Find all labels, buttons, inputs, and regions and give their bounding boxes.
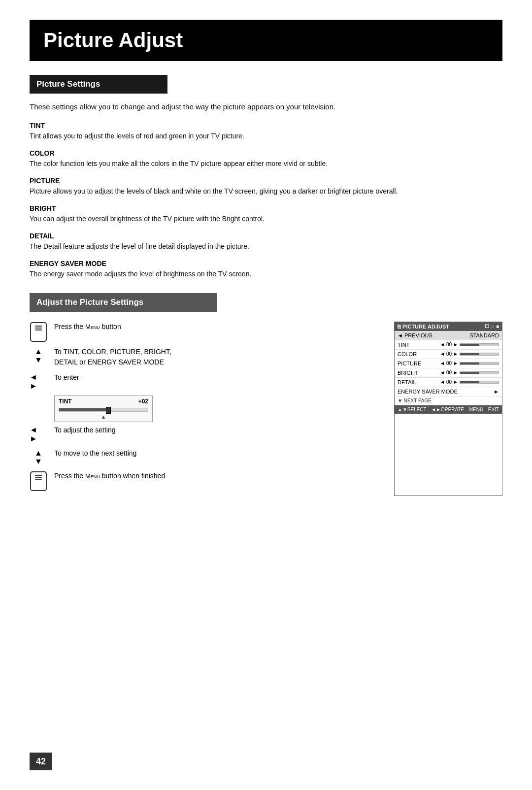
tv-menu-panel: ⎘ PICTURE ADJUST ☐ ○ ■ ◄ PREVIOUS STANDA… bbox=[394, 322, 502, 496]
term-label-color: COLOR bbox=[30, 149, 502, 157]
tv-arrow-l-tint: ◄ bbox=[440, 342, 445, 347]
tv-num-picture: 00 bbox=[446, 361, 452, 366]
tv-value-picture: ◄ 00 ► bbox=[440, 361, 499, 366]
step-text-finish: Press the Menu button when finished bbox=[54, 471, 374, 481]
remote-icon-2 bbox=[30, 471, 47, 491]
picture-settings-label: Picture Settings bbox=[36, 79, 100, 89]
slider-labels: TINT +02 bbox=[59, 398, 148, 405]
term-desc-tint: Tint allows you to adjust the levels of … bbox=[30, 131, 502, 141]
tv-previous-label: ◄ PREVIOUS bbox=[398, 332, 432, 338]
term-label-detail: DETAIL bbox=[30, 232, 502, 240]
tv-next-page: ▼ NEXT PAGE bbox=[395, 396, 502, 405]
tv-value-color: ◄ 00 ► bbox=[440, 351, 499, 357]
tv-slider-picture bbox=[460, 362, 499, 365]
term-label-tint: TINT bbox=[30, 122, 502, 130]
picture-settings-header: Picture Settings bbox=[30, 75, 167, 94]
tv-icon-1: ☐ bbox=[485, 324, 489, 329]
term-color: COLOR The color function lets you make a… bbox=[30, 149, 502, 169]
term-bright: BRIGHT You can adjust the overall bright… bbox=[30, 204, 502, 224]
step-text-menu: Press the Menu button bbox=[54, 322, 374, 332]
tv-footer-menu: MENU bbox=[469, 407, 483, 412]
tv-row-picture: PICTURE ◄ 00 ► bbox=[395, 359, 502, 368]
tv-icon-3: ■ bbox=[496, 324, 499, 329]
term-picture: PICTURE Picture allows you to adjust the… bbox=[30, 177, 502, 197]
arrows-lr-icon-1: ◄ ► bbox=[30, 373, 47, 391]
tv-slider-tint bbox=[460, 343, 499, 346]
page-title-bar: Picture Adjust bbox=[30, 20, 502, 61]
step-adjust: ◄ ► To adjust the setting bbox=[30, 425, 374, 443]
intro-text: These settings allow you to change and a… bbox=[30, 101, 502, 113]
tv-icon-2: ○ bbox=[491, 324, 494, 329]
tv-energy-label: ENERGY SAVER MODE bbox=[398, 389, 458, 395]
term-label-energy: ENERGY SAVER MODE bbox=[30, 260, 502, 267]
tv-arrow-r-detail: ► bbox=[453, 379, 458, 385]
term-desc-picture: Picture allows you to adjust the levels … bbox=[30, 186, 502, 197]
step-finish: Press the Menu button when finished bbox=[30, 471, 374, 491]
tv-row-detail: DETAIL ◄ 00 ► bbox=[395, 378, 502, 387]
tv-arrow-l-bright: ◄ bbox=[440, 370, 445, 375]
term-label-bright: BRIGHT bbox=[30, 204, 502, 212]
term-desc-bright: You can adjust the overall brightness of… bbox=[30, 214, 502, 224]
term-label-picture: PICTURE bbox=[30, 177, 502, 185]
tv-slider-fill-bright bbox=[460, 372, 479, 374]
tv-label-color: COLOR bbox=[398, 351, 425, 357]
tv-slider-detail bbox=[460, 381, 499, 384]
slider-label-tint: TINT bbox=[59, 398, 72, 405]
term-energy: ENERGY SAVER MODE The energy saver mode … bbox=[30, 260, 502, 279]
tv-num-color: 00 bbox=[446, 351, 452, 357]
tv-num-tint: 00 bbox=[446, 342, 452, 347]
tv-label-bright: BRIGHT bbox=[398, 370, 425, 376]
term-detail: DETAIL The Detail feature adjusts the le… bbox=[30, 232, 502, 252]
tv-slider-bright bbox=[460, 371, 499, 374]
tv-value-tint: ◄ 00 ► bbox=[440, 342, 499, 347]
tv-arrow-l-detail: ◄ bbox=[440, 379, 445, 385]
tv-slider-fill-picture bbox=[460, 362, 479, 364]
tv-slider-color bbox=[460, 353, 499, 356]
tv-arrow-r-color: ► bbox=[453, 351, 458, 357]
term-desc-energy: The energy saver mode adjusts the level … bbox=[30, 269, 502, 279]
slider-track bbox=[59, 408, 148, 412]
tv-footer-exit: EXIT bbox=[488, 407, 499, 412]
tv-label-picture: PICTURE bbox=[398, 361, 425, 366]
page-number: 42 bbox=[30, 753, 52, 770]
tv-arrow-r-picture: ► bbox=[453, 361, 458, 366]
step-text-adjust: To adjust the setting bbox=[54, 425, 374, 435]
tv-energy-arrow: ► bbox=[494, 389, 499, 395]
adjust-section: Adjust the Picture Settings Press the M bbox=[30, 293, 502, 496]
tv-menu-footer: ▲▼SELECT ◄►OPERATE MENU EXIT bbox=[395, 405, 502, 414]
tv-menu-icons: ☐ ○ ■ bbox=[485, 324, 499, 329]
adjust-content: Press the Menu button ▲▼ To TINT, COLOR,… bbox=[30, 322, 502, 496]
tv-mode-label: STANDARD bbox=[469, 332, 499, 338]
arrows-lr-icon-2: ◄ ► bbox=[30, 426, 47, 443]
tv-footer-select: ▲▼SELECT bbox=[398, 407, 427, 412]
page-title: Picture Adjust bbox=[43, 29, 489, 52]
tv-arrow-r-bright: ► bbox=[453, 370, 458, 375]
tv-label-detail: DETAIL bbox=[398, 379, 425, 385]
tv-num-bright: 00 bbox=[446, 370, 452, 375]
tv-footer-operate: ◄►OPERATE bbox=[431, 407, 464, 412]
arrows-ud-icon-1: ▲▼ bbox=[30, 347, 47, 364]
tv-next-label: ▼ NEXT PAGE bbox=[398, 398, 432, 403]
tv-value-bright: ◄ 00 ► bbox=[440, 370, 499, 375]
tv-value-detail: ◄ 00 ► bbox=[440, 379, 499, 385]
step-text-enter: To enter bbox=[54, 372, 374, 383]
tv-menu-title: ⎘ PICTURE ADJUST bbox=[398, 324, 449, 329]
adjust-header: Adjust the Picture Settings bbox=[30, 293, 217, 312]
step-text-next: To move to the next setting bbox=[54, 448, 374, 459]
tv-num-detail: 00 bbox=[446, 379, 452, 385]
tv-row-color: COLOR ◄ 00 ► bbox=[395, 350, 502, 359]
tv-slider-fill-detail bbox=[460, 381, 479, 383]
arrows-ud-icon-2: ▲▼ bbox=[30, 449, 47, 466]
tv-arrow-l-color: ◄ bbox=[440, 351, 445, 357]
slider-fill bbox=[59, 408, 108, 411]
tv-slider-fill-color bbox=[460, 353, 479, 355]
step-next: ▲▼ To move to the next setting bbox=[30, 448, 374, 466]
step-navigate: ▲▼ To TINT, COLOR, PICTURE, BRIGHT,DETAI… bbox=[30, 347, 374, 367]
step-press-menu: Press the Menu button bbox=[30, 322, 374, 342]
tv-row-energy: ENERGY SAVER MODE ► bbox=[395, 387, 502, 396]
adjust-steps: Press the Menu button ▲▼ To TINT, COLOR,… bbox=[30, 322, 374, 496]
remote-icon-1 bbox=[30, 322, 47, 342]
tv-row-bright: BRIGHT ◄ 00 ► bbox=[395, 368, 502, 378]
slider-value-tint: +02 bbox=[138, 398, 148, 405]
tv-menu-previous: ◄ PREVIOUS STANDARD bbox=[395, 331, 502, 340]
